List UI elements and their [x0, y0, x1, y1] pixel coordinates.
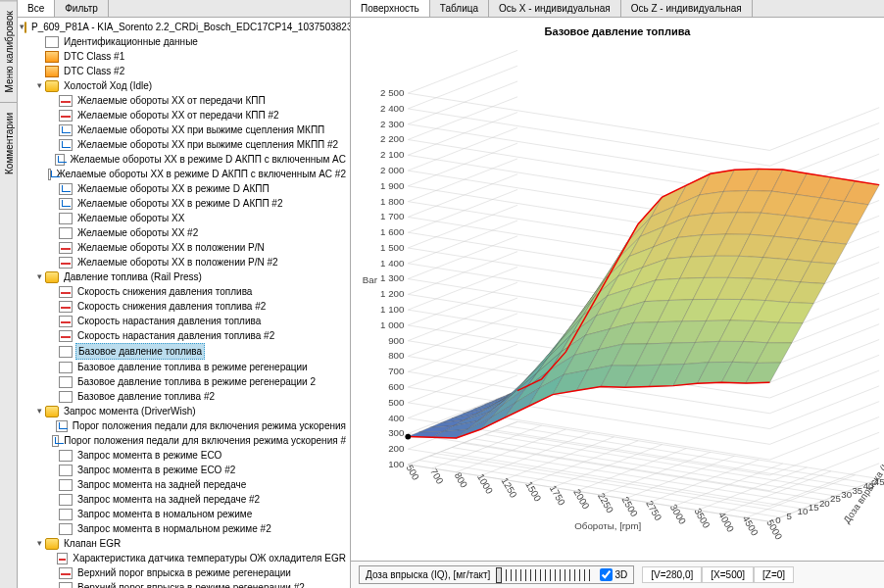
tree-item-icon: [59, 479, 73, 491]
tree-item[interactable]: Желаемые обороты XX от передачи КПП: [20, 93, 348, 108]
tree-item-icon: [59, 198, 73, 210]
svg-line-97: [769, 108, 879, 151]
tree-item-icon: [59, 110, 73, 122]
checkbox-3d-input[interactable]: [600, 568, 613, 581]
tree-item[interactable]: Скорость нарастания давления топлива: [20, 314, 348, 328]
tree-item-icon: [59, 95, 73, 107]
tree-item[interactable]: Запрос момента в нормальном режиме #2: [20, 521, 348, 536]
tree-item[interactable]: Желаемые обороты XX в режиме D АКПП #2: [20, 196, 348, 211]
iq-slider[interactable]: [496, 569, 594, 581]
tree-toggle-icon[interactable]: ▾: [33, 270, 45, 284]
tree-toggle-icon[interactable]: ▾: [33, 78, 45, 93]
tree-item-label: Скорость снижения давления топлива #2: [75, 299, 268, 314]
tree-item-icon: [59, 286, 73, 298]
chart-title: Базовое давление топлива: [351, 18, 884, 41]
tab-table[interactable]: Таблица: [430, 0, 489, 17]
tree-item[interactable]: Порог положения педали для включения реж…: [20, 418, 348, 433]
tree-item[interactable]: ▾Клапан EGR: [20, 536, 348, 551]
tree-item[interactable]: Базовое давление топлива #2: [20, 389, 348, 404]
tree-item-icon: [25, 22, 26, 33]
tree-item[interactable]: Характеристика датчика температуры ОЖ ох…: [20, 551, 348, 565]
tab-filter[interactable]: Фильтр: [55, 0, 109, 17]
tree-item[interactable]: Запрос момента на задней передаче: [20, 477, 348, 492]
tree-item[interactable]: Скорость снижения давления топлива #2: [20, 299, 348, 314]
tree-item[interactable]: Базовое давление топлива в режиме регене…: [20, 360, 348, 374]
svg-text:Bar: Bar: [363, 274, 378, 285]
tab-axis-x[interactable]: Ось X - индивидуальная: [489, 0, 621, 17]
tree-tabs: Все Фильтр: [18, 0, 350, 18]
tree-item[interactable]: DTC Class #1: [20, 49, 348, 64]
tree-item[interactable]: Желаемые обороты XX в положении P/N: [20, 240, 348, 255]
tree-item[interactable]: ▾Запрос момента (DriverWish): [20, 404, 348, 418]
svg-line-33: [769, 355, 879, 398]
tree-item-icon: [48, 169, 51, 180]
tree-item[interactable]: Желаемые обороты XX: [20, 211, 348, 225]
tree-item[interactable]: Желаемые обороты XX при выжиме сцепления…: [20, 137, 348, 152]
tab-surface[interactable]: Поверхность: [351, 0, 430, 17]
tree-item[interactable]: Запрос момента в режиме ECO #2: [20, 463, 348, 477]
tree-item[interactable]: Желаемые обороты XX от передачи КПП #2: [20, 108, 348, 122]
tree-item[interactable]: Запрос момента в режиме ECO: [20, 448, 348, 463]
tree-item-icon: [45, 80, 59, 92]
svg-text:20: 20: [819, 498, 830, 509]
svg-line-50: [408, 236, 517, 279]
tree-item[interactable]: DTC Class #2: [20, 64, 348, 78]
surface-chart[interactable]: 1002003004005006007008009001 0001 1001 2…: [351, 41, 884, 555]
status-z: [Z=0]: [754, 566, 794, 583]
tree-item[interactable]: ▾P_609_P81A - KIA_Sorento 2.2_CRDi_Bosch…: [20, 20, 348, 34]
svg-line-17: [769, 416, 879, 460]
svg-line-90: [408, 81, 517, 124]
tree-item[interactable]: Желаемые обороты XX в режиме D АКПП: [20, 181, 348, 196]
tree-item[interactable]: Базовое давление топлива в режиме регене…: [20, 374, 348, 389]
tree-item-icon: [59, 465, 73, 476]
tree-toggle-icon[interactable]: ▾: [33, 536, 45, 551]
svg-line-29: [769, 370, 879, 414]
svg-text:2 200: 2 200: [380, 133, 405, 144]
tree-item[interactable]: ▾Давление топлива (Rail Press): [20, 270, 348, 284]
tree-item[interactable]: Желаемые обороты XX в режиме D АКПП с вк…: [20, 152, 348, 167]
tree-item-label: Запрос момента (DriverWish): [62, 404, 198, 418]
tree-item[interactable]: Верхний порог впрыска в режиме регенерац…: [20, 565, 348, 580]
checkbox-3d[interactable]: 3D: [600, 568, 627, 581]
svg-text:500: 500: [404, 463, 421, 482]
tree-item[interactable]: Запрос момента на задней передаче #2: [20, 492, 348, 507]
svg-text:5: 5: [786, 511, 791, 521]
tree-item-icon: [59, 213, 73, 224]
svg-text:25: 25: [830, 493, 841, 504]
side-tab-menu[interactable]: Меню калибровок: [0, 0, 17, 102]
svg-line-82: [408, 113, 517, 156]
tree-toggle-icon[interactable]: ▾: [33, 404, 45, 418]
tree-item[interactable]: Скорость нарастания давления топлива #2: [20, 328, 348, 343]
tree-item-icon: [59, 376, 73, 388]
tree-item[interactable]: Желаемые обороты XX #2: [20, 225, 348, 240]
tab-all[interactable]: Все: [18, 0, 55, 17]
side-tab-bar: Меню калибровок Комментарии: [0, 0, 18, 588]
slider-handle[interactable]: [496, 567, 502, 583]
tree-item[interactable]: Желаемые обороты XX при выжиме сцепления…: [20, 122, 348, 137]
svg-text:200: 200: [388, 443, 405, 454]
tree-item-label: Запрос момента в режиме ECO: [75, 448, 223, 463]
tree-item-label: Желаемые обороты XX от передачи КПП: [75, 93, 268, 108]
calibration-tree[interactable]: ▾P_609_P81A - KIA_Sorento 2.2_CRDi_Bosch…: [18, 18, 350, 588]
tree-item[interactable]: Базовое давление топлива: [20, 343, 348, 360]
tree-item[interactable]: Запрос момента в номальном режиме: [20, 507, 348, 521]
svg-line-13: [769, 432, 879, 475]
svg-line-54: [408, 220, 517, 264]
tree-item[interactable]: Желаемые обороты XX в положении P/N #2: [20, 255, 348, 270]
svg-text:Обороты, [rpm]: Обороты, [rpm]: [574, 520, 641, 531]
tree-item[interactable]: Скорость снижения давления топлива: [20, 284, 348, 299]
svg-text:0: 0: [775, 514, 781, 525]
tree-item[interactable]: Идентификационные данные: [20, 34, 348, 49]
tab-axis-z[interactable]: Ось Z - индивидуальная: [621, 0, 753, 17]
tree-item-label: Скорость нарастания давления топлива: [75, 314, 263, 328]
svg-text:1 000: 1 000: [380, 319, 405, 330]
side-tab-comments[interactable]: Комментарии: [0, 102, 17, 184]
svg-text:1 200: 1 200: [380, 288, 405, 299]
tree-item[interactable]: Порог положения педали для включения реж…: [20, 433, 348, 448]
tree-item[interactable]: Верхний порог впрыска в режиме регенерац…: [20, 580, 348, 588]
tree-item[interactable]: ▾Холостой Ход (Idle): [20, 78, 348, 93]
tree-item-label: Порог положения педали для включения реж…: [71, 418, 348, 433]
tree-item[interactable]: Желаемые обороты XX в режиме D АКПП с вк…: [20, 167, 348, 181]
tree-item-label: Желаемые обороты XX: [75, 211, 186, 225]
svg-text:300: 300: [388, 427, 405, 438]
